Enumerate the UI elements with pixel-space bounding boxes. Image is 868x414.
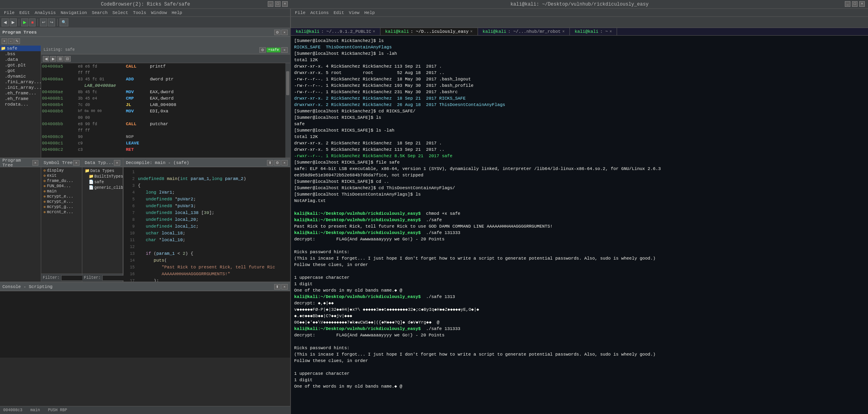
tree-item-fini-array[interactable]: .fini_array... — [0, 79, 41, 85]
kali-menu-edit[interactable]: Edit — [331, 10, 346, 16]
ghidra-maximize-btn[interactable]: □ — [275, 1, 281, 7]
menu-select[interactable]: Select — [110, 10, 131, 16]
tree-item-bss[interactable]: .bss — [0, 51, 41, 57]
menu-navigation[interactable]: Navigation — [58, 10, 90, 16]
term-tab-2-close[interactable]: × — [470, 30, 473, 34]
kali-menu-bar: File Actions Edit View Help — [291, 9, 868, 17]
toolbar-search[interactable]: 🔍 — [60, 18, 68, 26]
dt-item-generic-clib[interactable]: 📄 generic_clib... — [83, 185, 122, 190]
menu-file[interactable]: File — [2, 10, 17, 16]
tree-item-data[interactable]: .data — [0, 57, 41, 62]
tree-item-init-array[interactable]: .init_array... — [0, 85, 41, 90]
toolbar-redo[interactable]: ↪ — [48, 18, 55, 26]
dt-item-builtins[interactable]: 📁 BuiltInTypes — [83, 174, 122, 179]
data-types-close[interactable]: × — [114, 160, 120, 166]
term-tab-1-close[interactable]: × — [373, 30, 375, 34]
kali-menu-file[interactable]: File — [293, 10, 308, 16]
t-line: ee358d9e51e369472b52e684b7d6da7f1ce, not… — [294, 172, 865, 178]
console-content — [0, 291, 290, 358]
menu-window[interactable]: Window — [149, 10, 169, 16]
term-tab-3[interactable]: kali@kali: ~/...nhub/mr_robot × — [478, 28, 570, 35]
program-trees-settings[interactable]: ⚙ — [274, 30, 281, 35]
pt-add[interactable]: + — [2, 38, 7, 44]
toolbar-undo[interactable]: ↩ — [40, 18, 47, 26]
kali-menu-actions[interactable]: Actions — [308, 10, 331, 16]
decompile-content: 1 2undefined8 main(int param_1,long para… — [123, 167, 290, 282]
t-line: safe: ELF 64-bit LSB executable, x86-64,… — [294, 166, 865, 172]
listing-content: 004008a5 e8 e6 fd CALL printf ff ff — [41, 63, 285, 158]
listing-scrollbar[interactable] — [285, 63, 290, 158]
program-tree-panel: Program Tree × — [0, 158, 41, 282]
lst-btn4[interactable]: ⊟ — [64, 56, 71, 62]
tree-item-rodata[interactable]: rodata... — [0, 102, 41, 107]
tree-item-dynamic[interactable]: .dynamic — [0, 74, 41, 79]
lst-btn2[interactable]: ▶ — [50, 56, 56, 62]
term-tab-4[interactable]: kali@kali: ~ × — [570, 28, 617, 35]
term-tab-4-close[interactable]: × — [609, 30, 612, 34]
lst-btn1[interactable]: ◀ — [43, 56, 49, 62]
t-line: decrypt: ◆,◆|◆◆ — [294, 300, 865, 306]
t-line: Follow these clues, in order — [294, 358, 865, 364]
sym-item-mcrypt2[interactable]: ⊕ mcrypt_e... — [42, 199, 81, 204]
sym-item-exit[interactable]: ⚙ exit — [42, 173, 81, 178]
tree-item-eh-frame[interactable]: .eh_frame... — [0, 90, 41, 96]
decompile-close[interactable]: × — [281, 160, 288, 166]
sym-item-mcrypt1[interactable]: ⊕ mcrypt_e... — [42, 194, 81, 199]
toolbar-run[interactable]: ▶ — [21, 18, 28, 26]
t-line: [Summer@localhost RICKS_SAFE]$ ls — [294, 115, 865, 121]
t-line: drwxr-xr-x. 5 root root 52 Aug 18 2017 .… — [294, 70, 865, 76]
menu-tools[interactable]: Tools — [131, 10, 149, 16]
kali-menu-view[interactable]: View — [346, 10, 362, 16]
symbol-tree-panel: Symbol Tree × ⚙ display ⚙ exit — [41, 158, 82, 282]
status-fn: main — [30, 408, 40, 412]
sym-item-display[interactable]: ⚙ display — [42, 168, 81, 173]
tree-item-safe[interactable]: 📁 safe — [0, 46, 41, 51]
t-line: [Summer@localhost RickSanchez]$ cd RICKS… — [294, 108, 865, 114]
kali-menu-help[interactable]: Help — [362, 10, 377, 16]
sym-item-mcrcnt[interactable]: ⊕ mcrcnt_e... — [42, 210, 81, 215]
sym-item-frame-du[interactable]: ⚙ frame_du... — [42, 178, 81, 184]
pt-edit[interactable]: ✎ — [14, 38, 20, 44]
listing-row: ff ff — [41, 127, 285, 134]
decompile-settings[interactable]: ⚙ — [274, 160, 281, 166]
listing-header: Listing: safe ⚙ +safe × — [41, 46, 290, 54]
ghidra-close-btn[interactable]: × — [282, 1, 288, 7]
sym-item-mcrypt-g[interactable]: ⊕ mcrypt_g... — [42, 204, 81, 210]
term-tab-1[interactable]: kali@kali: ~/...9.1.2_PUBLIC × — [291, 28, 380, 35]
toolbar-stop[interactable]: ■ — [29, 18, 36, 26]
menu-help[interactable]: Help — [169, 10, 184, 16]
decompile-panel: Decompile: main - (safe) ⬆ ⚙ × 1 2undefi… — [123, 158, 290, 282]
ghidra-minimize-btn[interactable]: _ — [268, 1, 273, 7]
sym-item-main[interactable]: ⊕ main — [42, 189, 81, 194]
dt-item-safe[interactable]: 📄 safe — [83, 179, 122, 185]
listing-row: 004008aa 83 45 fc 01 ADD dword ptr — [41, 76, 285, 82]
pt-delete[interactable]: - — [8, 38, 14, 44]
tree-item-got[interactable]: .got — [0, 68, 41, 74]
kali-minimize-btn[interactable]: _ — [845, 1, 850, 7]
dt-item-types[interactable]: 📁 Data Types — [83, 168, 122, 174]
console-btn1[interactable]: ⬆ — [274, 284, 281, 290]
toolbar-fwd[interactable]: ▶ — [10, 18, 17, 26]
console-close[interactable]: × — [281, 284, 288, 290]
menu-search[interactable]: Search — [90, 10, 110, 16]
menu-edit[interactable]: Edit — [17, 10, 32, 16]
kali-close-btn[interactable]: × — [859, 1, 865, 7]
term-tab-3-close[interactable]: × — [562, 30, 565, 34]
toolbar-back[interactable]: ◀ — [2, 18, 9, 26]
tree-item-eh-frame2[interactable]: .eh_frame — [0, 96, 41, 102]
sym-item-fun004[interactable]: ⊕ FUN_004... — [42, 184, 81, 189]
tree-item-got-plt[interactable]: .got.plt — [0, 62, 41, 68]
decompile-title: Decompile: main - (safe) — [126, 160, 189, 165]
listing-close[interactable]: × — [281, 47, 288, 53]
lst-btn3[interactable]: ⊞ — [57, 56, 64, 62]
term-tab-2[interactable]: kali@kali: ~/D...iculously_easy × — [380, 28, 478, 35]
listing-settings[interactable]: ⚙ — [259, 47, 266, 53]
decompile-export[interactable]: ⬆ — [267, 160, 273, 166]
t-line: kali@kali:~/Desktop/vulnhub/rickdiculous… — [294, 217, 865, 223]
program-trees-close[interactable]: × — [281, 30, 288, 35]
listing-tab-safe[interactable]: +safe — [267, 48, 281, 52]
kali-maximize-btn[interactable]: □ — [852, 1, 858, 7]
menu-analysis[interactable]: Analysis — [32, 10, 58, 16]
program-tree-close[interactable]: × — [32, 160, 38, 166]
symbol-tree-close[interactable]: × — [73, 160, 80, 166]
